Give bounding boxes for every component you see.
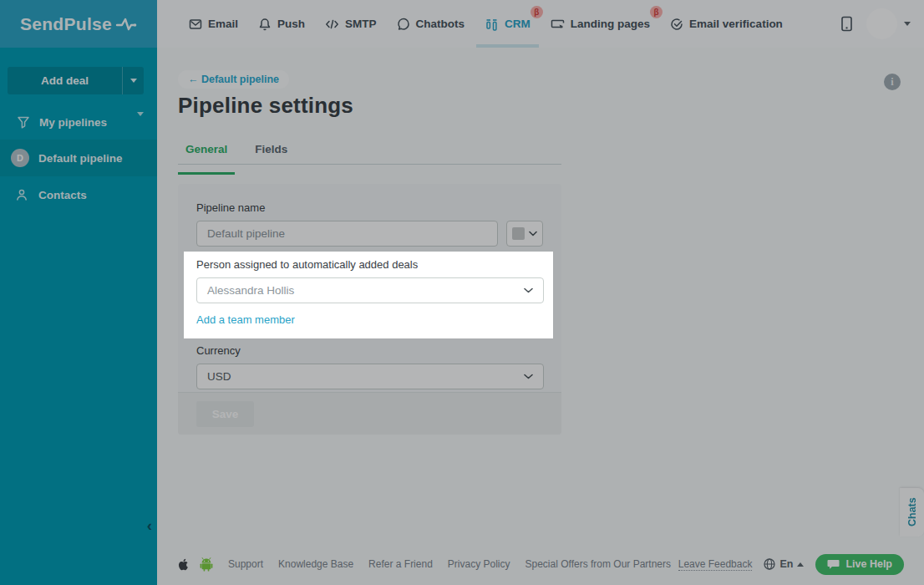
avatar [866,8,897,39]
leave-feedback-link[interactable]: Leave Feedback [678,558,753,571]
top-navigation-bar: Email Push SMTP Chatbots CRM β [157,0,924,48]
tab-smtp[interactable]: SMTP [315,0,387,48]
sidebar-item-label: Contacts [38,189,87,201]
footer-link-privacy-policy[interactable]: Privacy Policy [448,558,510,570]
tab-label: Email verification [689,18,783,30]
sidebar-item-default-pipeline[interactable]: D Default pipeline [0,140,157,176]
chats-side-tab[interactable]: Chats [900,488,924,537]
globe-icon [764,558,775,570]
tab-general[interactable]: General [185,143,227,163]
chevron-down-icon [529,231,537,237]
language-switcher[interactable]: En [764,558,804,570]
footer-link-special-offers[interactable]: Special Offers from Our Partners [525,558,672,570]
chevron-down-icon [130,79,137,83]
tab-fields[interactable]: Fields [255,143,287,163]
store-icons [178,557,213,572]
breadcrumb[interactable]: ← Default pipeline [178,70,289,89]
android-icon[interactable] [200,557,213,572]
sidebar-item-label: Default pipeline [38,152,123,165]
funnel-icon [17,115,30,129]
assignee-label: Person assigned to automatically added d… [196,258,553,271]
tab-label: Email [208,18,238,30]
chevron-down-icon [524,287,533,293]
currency-group: Currency USD [196,344,543,389]
logo-text: SendPulse [20,14,112,34]
pipeline-name-label: Pipeline name [196,201,543,214]
main-content: ← Default pipeline Pipeline settings i G… [157,48,924,585]
tab-landing-pages[interactable]: Landing pages β [541,0,660,48]
sidebar-collapse-button[interactable]: ‹ [147,517,152,533]
chevron-down-icon [904,22,911,26]
tab-label: CRM [505,18,531,30]
tab-label: Push [277,18,305,30]
currency-label: Currency [196,344,543,357]
chevron-up-icon [797,562,804,567]
sidebar: Add deal My pipelines D Default pipeline… [0,48,157,585]
live-help-button[interactable]: Live Help [815,554,904,575]
tab-email-verification[interactable]: Email verification [660,0,793,48]
account-menu[interactable] [866,8,911,39]
footer-link-knowledge-base[interactable]: Knowledge Base [278,558,353,570]
pipeline-color-select[interactable] [506,221,543,247]
assignee-value: Alessandra Hollis [207,284,294,297]
page-title: Pipeline settings [178,93,353,119]
currency-value: USD [207,370,231,383]
tab-label: Chatbots [416,18,465,30]
pipeline-name-row [196,221,543,247]
mobile-phone-icon[interactable] [840,16,853,32]
browser-icon [551,18,565,31]
settings-card: Pipeline name Person assigned to automat… [178,184,561,435]
pipeline-name-input[interactable] [196,221,498,247]
add-team-member-link[interactable]: Add a team member [196,313,295,326]
topbar-right [840,0,924,48]
pulse-icon [115,17,137,32]
add-deal-label[interactable]: Add deal [8,67,122,94]
settings-card-body: Pipeline name Person assigned to automat… [178,184,561,389]
page-footer: Support Knowledge Base Refer a Friend Pr… [178,553,904,575]
info-icon[interactable]: i [884,74,901,90]
kanban-icon [485,18,499,31]
tab-crm[interactable]: CRM β [475,0,541,48]
chat-icon [827,559,840,570]
language-label: En [779,558,793,570]
tab-push[interactable]: Push [248,0,315,48]
currency-select[interactable]: USD [196,364,544,389]
settings-card-footer: Save [178,392,561,435]
save-button[interactable]: Save [196,401,254,427]
add-deal-split-toggle[interactable] [122,67,144,94]
footer-link-support[interactable]: Support [228,558,263,570]
logo-block[interactable]: SendPulse [0,0,157,48]
footer-link-refer-a-friend[interactable]: Refer a Friend [368,558,433,570]
pipeline-avatar: D [11,149,29,167]
tabs-divider [178,164,561,165]
bell-icon [258,18,272,31]
settings-tabs: General Fields [185,143,287,163]
add-deal-button[interactable]: Add deal [8,67,144,94]
sidebar-item-label: My pipelines [39,116,107,129]
footer-right: Leave Feedback En Live Help [678,554,904,575]
sidebar-item-contacts[interactable]: Contacts [0,181,157,208]
tab-email[interactable]: Email [179,0,248,48]
sidebar-item-my-pipelines[interactable]: My pipelines [0,109,157,135]
tab-label: Landing pages [571,18,650,30]
live-help-label: Live Help [845,558,892,570]
chat-bubble-icon [397,18,410,31]
check-circle-icon [670,18,683,31]
apple-icon[interactable] [178,557,190,572]
footer-links: Support Knowledge Base Refer a Friend Pr… [228,558,671,570]
chevron-down-icon [137,116,144,129]
envelope-icon [189,18,202,31]
tab-label: SMTP [345,18,377,30]
color-swatch [512,227,525,240]
chevron-down-icon [524,374,533,379]
tab-chatbots[interactable]: Chatbots [387,0,475,48]
assignee-highlight-section: Person assigned to automatically added d… [184,252,553,338]
person-icon [15,188,28,201]
assignee-select[interactable]: Alessandra Hollis [196,277,544,303]
code-icon [325,18,339,31]
